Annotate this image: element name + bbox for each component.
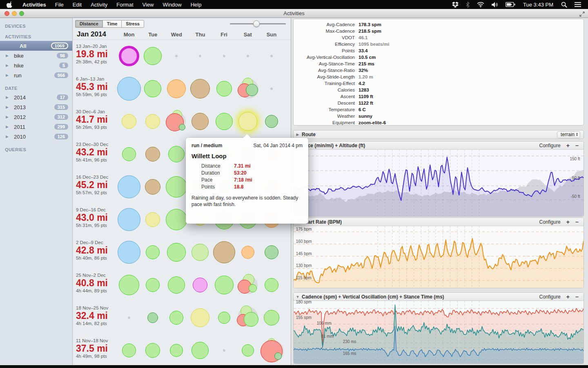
bluetooth-icon[interactable] [464, 0, 472, 9]
activity-bubble[interactable] [246, 84, 258, 96]
activity-bubble[interactable] [122, 114, 136, 129]
route-section-bar[interactable]: ▶ Route terrain ▲▼ [293, 130, 584, 139]
menu-activity[interactable]: Activity [86, 2, 112, 8]
activity-bubble[interactable] [215, 276, 234, 294]
activity-bubble[interactable] [146, 245, 160, 259]
activity-bubble[interactable] [192, 342, 209, 359]
menu-help[interactable]: Help [186, 2, 206, 8]
activity-bubble[interactable] [265, 115, 278, 128]
activity-bubble[interactable] [168, 146, 185, 162]
activity-bubble[interactable] [167, 243, 186, 262]
activity-bubble[interactable] [218, 312, 230, 324]
disclosure-triangle-icon[interactable]: ▶ [6, 73, 11, 77]
activity-bubble[interactable] [274, 352, 282, 360]
activity-bubble[interactable] [117, 77, 141, 101]
activity-bubble[interactable] [244, 312, 258, 327]
sidebar-item-2010[interactable]: ▶2010126 [0, 132, 72, 141]
activity-bubble[interactable] [192, 244, 209, 261]
menu-edit[interactable]: Edit [68, 2, 86, 8]
activity-bubble[interactable] [145, 147, 160, 162]
activity-bubble[interactable] [167, 79, 186, 98]
zoom-in-button[interactable]: + [566, 142, 570, 149]
activity-bubble[interactable] [264, 310, 279, 325]
activity-bubble[interactable] [241, 246, 254, 259]
disclosure-triangle-icon[interactable]: ▶ [6, 105, 11, 109]
activity-bubble[interactable] [118, 241, 140, 264]
zoom-out-button[interactable]: − [575, 294, 579, 300]
expand-icon[interactable]: ▶ [294, 132, 302, 137]
disclosure-triangle-icon[interactable]: ▶ [6, 95, 11, 99]
activity-bubble[interactable] [144, 47, 162, 65]
activity-bubble[interactable] [265, 278, 278, 292]
bubble-size-slider[interactable] [230, 18, 286, 29]
activity-bubble[interactable] [144, 80, 161, 97]
collapse-icon[interactable]: ▼ [294, 295, 302, 299]
activity-bubble[interactable] [166, 209, 187, 230]
activity-bubble[interactable] [216, 81, 232, 96]
configure-button[interactable]: Configure [539, 219, 561, 225]
activity-bubble[interactable] [118, 208, 140, 231]
activity-bubble[interactable] [190, 79, 210, 99]
activity-bubble[interactable] [145, 114, 160, 129]
slider-knob[interactable] [253, 20, 260, 27]
activity-bubble[interactable] [192, 113, 209, 130]
activity-bubble[interactable] [122, 147, 136, 161]
configure-button[interactable]: Configure [539, 143, 561, 148]
disclosure-triangle-icon[interactable]: ▶ [6, 63, 11, 67]
sidebar-item-run[interactable]: ▶run966 [0, 70, 72, 80]
volume-icon[interactable] [490, 0, 500, 9]
activity-bubble[interactable] [145, 179, 160, 195]
activity-bubble[interactable] [169, 311, 183, 325]
sidebar-item-hike[interactable]: ▶hike5 [0, 61, 72, 70]
dropbox-icon[interactable] [450, 0, 461, 9]
activity-bubble[interactable] [119, 46, 139, 66]
menu-format[interactable]: Format [112, 2, 138, 8]
disclosure-triangle-icon[interactable]: ▶ [6, 125, 11, 129]
heart-rate-chart[interactable]: 175 bpm160 bpm145 bpm130 bpm115 bpm [294, 226, 584, 288]
wifi-icon[interactable] [475, 0, 486, 9]
activity-bubble[interactable] [238, 112, 257, 131]
battery-icon[interactable] [503, 0, 517, 9]
zoom-in-button[interactable]: + [566, 219, 570, 225]
apple-menu-icon[interactable] [0, 1, 18, 8]
activity-bubble[interactable] [166, 176, 187, 197]
zoom-in-button[interactable]: + [566, 294, 570, 300]
zoom-out-button[interactable]: − [575, 142, 579, 149]
configure-button[interactable]: Configure [539, 294, 561, 300]
fullscreen-icon[interactable] [579, 11, 585, 18]
activity-bubble[interactable] [179, 124, 185, 130]
title-bar[interactable]: Activities [0, 9, 588, 18]
menu-app-name[interactable]: Activities [18, 2, 51, 8]
disclosure-triangle-icon[interactable]: ▶ [6, 115, 11, 119]
activity-bubble[interactable] [147, 312, 158, 323]
activity-bubble[interactable] [145, 212, 160, 227]
view-toggle-stress[interactable]: Stress [121, 20, 144, 28]
zoom-out-button[interactable]: − [575, 219, 579, 225]
disclosure-triangle-icon[interactable]: ▶ [6, 135, 11, 139]
activity-bubble[interactable] [242, 344, 254, 357]
activity-bubble[interactable] [145, 343, 160, 358]
sidebar-item-2014[interactable]: ▶201417 [0, 92, 72, 102]
activity-bubble[interactable] [146, 278, 160, 292]
sidebar-item-all[interactable]: All1069 [0, 41, 72, 51]
sidebar-item-2012[interactable]: ▶2012312 [0, 112, 72, 122]
activity-bubble[interactable] [216, 113, 233, 130]
activity-bubble[interactable] [193, 278, 207, 292]
cadence-chart[interactable]: 180 spm155 spm106 mm81 mm230 ms165 ms [294, 301, 584, 364]
activity-bubble[interactable] [122, 343, 136, 357]
pace-altitude-chart[interactable]: 150 ft50 ft-50 ft [294, 150, 584, 216]
activity-bubble[interactable] [119, 275, 139, 295]
menu-file[interactable]: File [51, 2, 68, 8]
menu-view[interactable]: View [138, 2, 158, 8]
sidebar-item-2013[interactable]: ▶2013315 [0, 102, 72, 112]
spotlight-icon[interactable] [559, 0, 569, 9]
sidebar-item-2011[interactable]: ▶2011299 [0, 122, 72, 132]
sidebar-item-bike[interactable]: ▶bike98 [0, 51, 72, 61]
activity-bubble[interactable] [168, 276, 185, 294]
notification-center-icon[interactable] [572, 0, 583, 9]
activity-bubble[interactable] [213, 241, 235, 263]
activity-bubble[interactable] [265, 245, 278, 259]
activity-bubble[interactable] [170, 344, 183, 357]
menu-window[interactable]: Window [158, 2, 186, 8]
view-toggle-time[interactable]: Time [102, 20, 121, 28]
